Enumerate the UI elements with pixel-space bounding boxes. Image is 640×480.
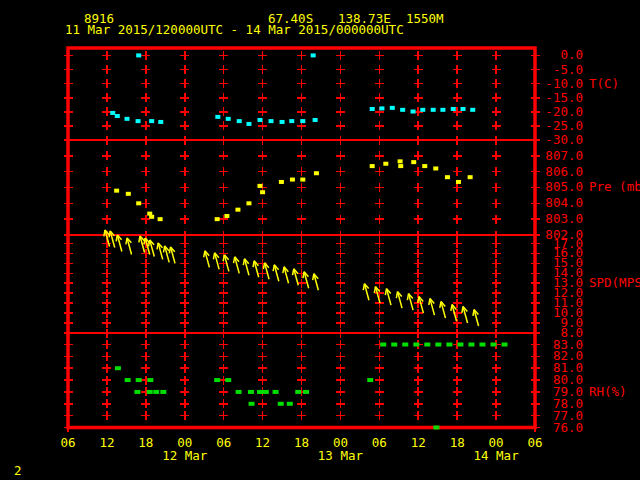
svg-text:805.0: 805.0 bbox=[545, 179, 583, 194]
temperature-series bbox=[110, 53, 475, 126]
svg-text:12: 12 bbox=[255, 435, 270, 450]
svg-text:0.0: 0.0 bbox=[560, 47, 583, 62]
svg-text:807.0: 807.0 bbox=[545, 148, 583, 163]
svg-text:76.0: 76.0 bbox=[553, 420, 583, 435]
svg-text:18: 18 bbox=[450, 435, 465, 450]
svg-text:-30.0: -30.0 bbox=[545, 132, 583, 147]
svg-text:06: 06 bbox=[372, 435, 387, 450]
svg-text:-25.0: -25.0 bbox=[545, 118, 583, 133]
svg-text:18: 18 bbox=[294, 435, 309, 450]
page-number: 2 bbox=[14, 463, 22, 478]
meteogram-screen: 8916 67.40S 138.73E 1550M 11 Mar 2015/12… bbox=[0, 0, 640, 480]
svg-text:806.0: 806.0 bbox=[545, 164, 583, 179]
svg-text:06: 06 bbox=[527, 435, 542, 450]
svg-text:803.0: 803.0 bbox=[545, 211, 583, 226]
y-axis-labels: 0.0-5.0-10.0-15.0-20.0-25.0-30.0T(C)807.… bbox=[545, 47, 640, 434]
x-axis-labels: 0612180006121800061218000612 Mar13 Mar14… bbox=[60, 435, 542, 463]
svg-text:14 Mar: 14 Mar bbox=[474, 448, 520, 463]
svg-text:12: 12 bbox=[99, 435, 114, 450]
svg-text:12: 12 bbox=[411, 435, 426, 450]
svg-text:RH(%): RH(%) bbox=[589, 384, 627, 399]
svg-text:804.0: 804.0 bbox=[545, 195, 583, 210]
meteogram-plot: 0.0-5.0-10.0-15.0-20.0-25.0-30.0T(C)807.… bbox=[0, 0, 640, 480]
svg-text:Pre (mb): Pre (mb) bbox=[589, 179, 640, 194]
svg-text:13 Mar: 13 Mar bbox=[318, 448, 364, 463]
svg-text:06: 06 bbox=[60, 435, 75, 450]
svg-text:06: 06 bbox=[216, 435, 231, 450]
svg-text:18: 18 bbox=[138, 435, 153, 450]
svg-text:-5.0: -5.0 bbox=[553, 62, 583, 77]
svg-text:-10.0: -10.0 bbox=[545, 76, 583, 91]
svg-text:12 Mar: 12 Mar bbox=[162, 448, 208, 463]
svg-text:-20.0: -20.0 bbox=[545, 104, 583, 119]
wind-speed-series bbox=[104, 230, 479, 326]
svg-text:T(C): T(C) bbox=[589, 76, 619, 91]
grid-marks bbox=[64, 51, 540, 432]
svg-text:-15.0: -15.0 bbox=[545, 90, 583, 105]
humidity-series bbox=[115, 343, 508, 430]
svg-text:SPD(MPS): SPD(MPS) bbox=[589, 275, 640, 290]
